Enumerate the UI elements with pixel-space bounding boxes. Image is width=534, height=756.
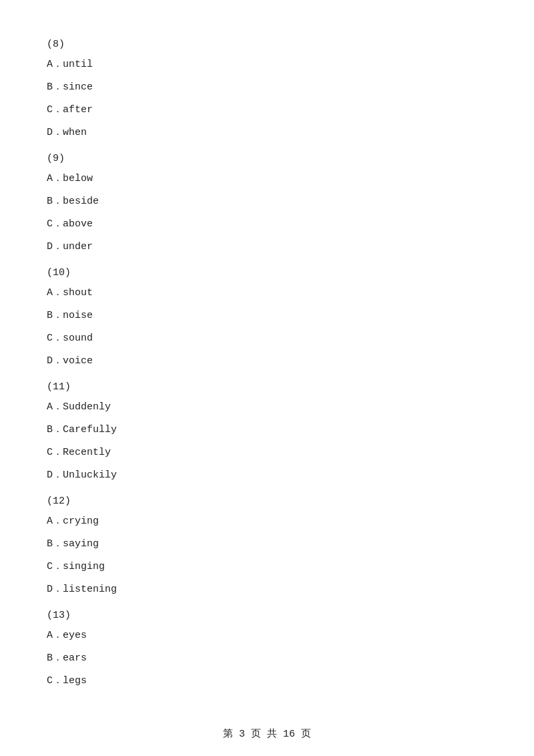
question-number-11: (11) — [47, 381, 487, 393]
option-8-3: D．when — [47, 125, 487, 141]
question-number-9: (9) — [47, 153, 487, 164]
page-content: (8)A．untilB．sinceC．afterD．when(9)A．below… — [0, 0, 534, 736]
option-10-1: B．noise — [47, 308, 487, 324]
option-9-1: B．beside — [47, 194, 487, 210]
option-11-2: C．Recently — [47, 445, 487, 461]
page-footer: 第 3 页 共 16 页 — [0, 727, 534, 740]
option-13-0: A．eyes — [47, 628, 487, 644]
option-12-2: C．singing — [47, 559, 487, 575]
question-number-10: (10) — [47, 267, 487, 278]
question-number-13: (13) — [47, 610, 487, 621]
question-number-12: (12) — [47, 496, 487, 507]
option-12-3: D．listening — [47, 582, 487, 598]
option-12-1: B．saying — [47, 536, 487, 552]
option-11-0: A．Suddenly — [47, 399, 487, 415]
option-9-2: C．above — [47, 216, 487, 232]
footer-text: 第 3 页 共 16 页 — [223, 729, 311, 740]
option-9-3: D．under — [47, 239, 487, 255]
option-10-3: D．voice — [47, 353, 487, 369]
option-13-1: B．ears — [47, 650, 487, 667]
option-8-1: B．since — [47, 79, 487, 96]
option-11-3: D．Unluckily — [47, 467, 487, 484]
option-11-1: B．Carefully — [47, 422, 487, 438]
option-13-2: C．legs — [47, 673, 487, 689]
question-number-8: (8) — [47, 39, 487, 50]
option-12-0: A．crying — [47, 514, 487, 530]
option-10-2: C．sound — [47, 331, 487, 347]
option-8-2: C．after — [47, 102, 487, 118]
option-8-0: A．until — [47, 57, 487, 73]
option-9-0: A．below — [47, 171, 487, 187]
option-10-0: A．shout — [47, 285, 487, 301]
